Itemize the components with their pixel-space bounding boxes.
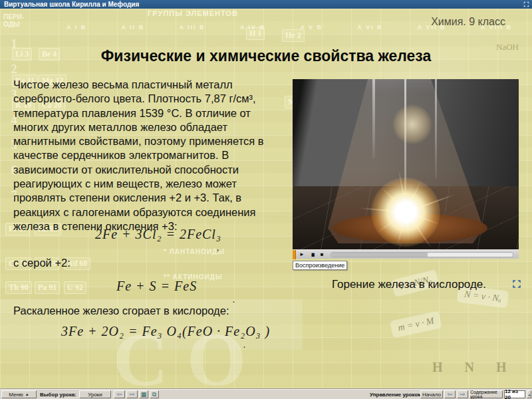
- video-frame[interactable]: [293, 79, 519, 249]
- menu-button[interactable]: Меню ▲: [1, 390, 37, 398]
- watermark-col: A II B: [121, 24, 144, 31]
- pause-button-icon[interactable]: ▮▮: [308, 250, 317, 259]
- watermark-col: A I B: [66, 24, 86, 31]
- forward-arrow-icon: ⇨: [460, 391, 466, 398]
- forward-arrow-icon: ⇨: [130, 391, 135, 398]
- equation-sulfur: Fe + S = FeS: [116, 279, 197, 294]
- contents-button[interactable]: Содержание урока: [469, 390, 503, 398]
- flame-glow: [371, 178, 440, 247]
- watermark-formula-card: m = ν · M: [390, 311, 442, 338]
- lesson-paragraph: Чистое железо весьма пластичный металл с…: [13, 78, 289, 233]
- flame-reflection: [392, 104, 432, 144]
- menu-button-label: Меню: [9, 392, 23, 398]
- page-indicator: 12 из 20: [504, 390, 525, 398]
- watermark-periods-label: ПЕРИ- ОДЫ: [3, 13, 30, 28]
- sulfur-lead-text: с серой +2:: [13, 257, 70, 269]
- watermark-lanthanides: * ЛАНТАНОИДЫ: [164, 248, 225, 255]
- stop-button-icon[interactable]: ■: [317, 250, 327, 259]
- lesson-control-label: Управление уроком:: [370, 392, 424, 398]
- equation-oxygen-tail: .: [243, 340, 246, 350]
- flask-highlight: [372, 79, 375, 159]
- back-arrow-icon: ⇦: [117, 391, 122, 398]
- watermark-col: A IV B: [240, 24, 265, 31]
- watermark-col: A VI B: [357, 24, 382, 31]
- flask-highlight: [435, 79, 437, 179]
- watermark-col: A V B: [300, 24, 323, 31]
- video-controls: ► ▮▮ ■: [293, 249, 519, 259]
- titlebar: Виртуальная школа Кирилла и Мефодия: [0, 0, 532, 9]
- equation-chlorine: 2Fe + 3Cl₂ = 2FeCl₃: [95, 227, 221, 242]
- start-button[interactable]: Начало: [420, 390, 443, 398]
- oxygen-lead-text: Раскаленное железо сгорает в кислороде:: [13, 305, 229, 317]
- watermark-element: H 1: [246, 27, 265, 40]
- caption-expand-icon[interactable]: [512, 279, 521, 289]
- watermark-molecule: H N H: [432, 360, 516, 375]
- menu-up-arrow-icon: ▲: [25, 392, 29, 396]
- watermark-period: 1: [7, 31, 21, 57]
- page-forward-button[interactable]: ⇨: [457, 390, 468, 398]
- lesson-canvas: ГРУППЫ ЭЛЕМЕНТОВ ПЕРИ- ОДЫ A I B A II B …: [0, 9, 532, 388]
- taskbar-edge-button[interactable]: ◂: [527, 390, 531, 398]
- back-arrow-icon: ⇦: [448, 391, 453, 398]
- tiles-icon: ⧉: [152, 391, 156, 398]
- watermark-element: He 2: [282, 29, 305, 42]
- lesson-select-label: Выбор урока:: [40, 392, 76, 398]
- tiles-view-button[interactable]: ⧉: [150, 390, 159, 398]
- taskbar: Меню ▲ Выбор урока: Уроки ⇦ ⇨ ▦ ⧉ Управл…: [0, 388, 532, 399]
- equation-chlorine-tail: ,: [217, 243, 219, 253]
- grid-icon: ▦: [141, 391, 147, 398]
- page-title: Физические и химические свойства железа: [27, 47, 505, 65]
- page-back-button[interactable]: ⇦: [444, 390, 456, 398]
- watermark-element: Th 90: [5, 281, 32, 294]
- grid-view-button[interactable]: ▦: [139, 390, 148, 398]
- watermark-groups-header: ГРУППЫ ЭЛЕМЕНТОВ: [86, 9, 299, 17]
- course-label: Химия. 9 класс: [431, 16, 505, 28]
- edge-arrow-icon: ◂: [528, 392, 530, 397]
- watermark-col: A III B: [179, 24, 205, 31]
- lesson-forward-button[interactable]: ⇨: [126, 390, 138, 398]
- video-player: ► ▮▮ ■ Воспроизведение: [293, 79, 519, 259]
- video-progress-fill: [331, 253, 427, 257]
- play-button-icon[interactable]: ►: [296, 250, 308, 259]
- application-window: Виртуальная школа Кирилла и Мефодия ГРУП…: [0, 0, 532, 399]
- watermark-element: Pa 91: [35, 281, 60, 294]
- playback-tooltip: Воспроизведение: [293, 261, 347, 270]
- equation-sulfur-tail: .: [233, 295, 235, 305]
- video-caption: Горение железа в кислороде.: [299, 278, 519, 291]
- window-expand-icon[interactable]: [523, 1, 529, 7]
- lessons-button[interactable]: Уроки: [79, 390, 111, 398]
- watermark-element: U 92: [64, 281, 86, 294]
- equation-oxygen: 3Fe + 2O₂ = Fe₃ O₄(FeO · Fe₂O₃ ): [61, 324, 270, 339]
- lesson-back-button[interactable]: ⇦: [114, 390, 125, 398]
- video-progress-track[interactable]: [331, 252, 513, 257]
- app-title: Виртуальная школа Кирилла и Мефодия: [4, 0, 139, 9]
